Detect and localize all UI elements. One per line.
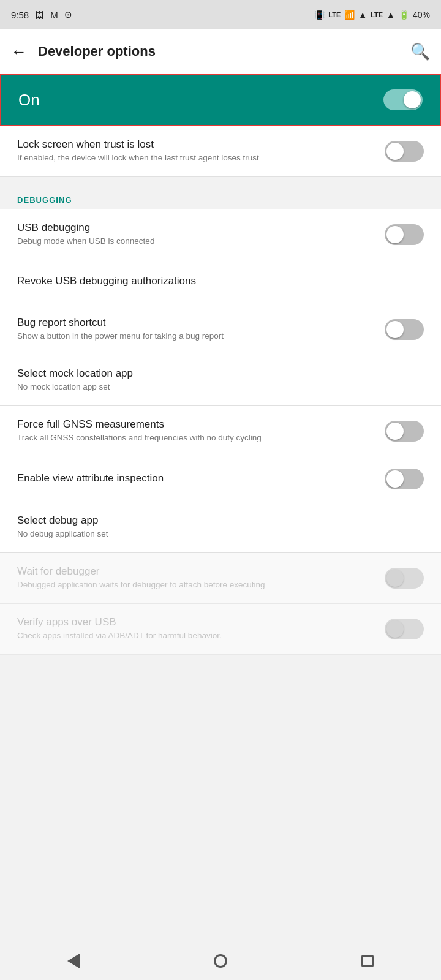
wifi-icon: 📶 [344, 10, 355, 20]
signal-icon: ▲ [358, 10, 367, 20]
debug-app-text: Select debug app No debug application se… [17, 514, 424, 540]
usb-debugging-text: USB debugging Debug mode when USB is con… [17, 222, 385, 247]
usb-debugging-item[interactable]: USB debugging Debug mode when USB is con… [0, 209, 441, 260]
lte-icon: LTE [371, 11, 383, 18]
gnss-desc: Track all GNSS constellations and freque… [17, 432, 375, 444]
battery-percent: 40% [413, 10, 430, 20]
verify-apps-usb-toggle [385, 619, 424, 639]
gnss-title: Force full GNSS measurements [17, 418, 375, 431]
debug-app-desc: No debug application set [17, 529, 414, 540]
mock-location-text: Select mock location app No mock locatio… [17, 368, 424, 393]
mock-location-desc: No mock location app set [17, 382, 414, 393]
photo-icon: 🖼 [35, 10, 44, 20]
back-nav-icon [67, 954, 80, 968]
view-attr-toggle[interactable] [385, 469, 424, 489]
gnss-toggle[interactable] [385, 421, 424, 442]
mock-location-item[interactable]: Select mock location app No mock locatio… [0, 355, 441, 406]
vibrate-icon: 📳 [314, 10, 325, 20]
home-nav-icon [214, 954, 227, 968]
bug-report-title: Bug report shortcut [17, 317, 375, 329]
revoke-usb-text: Revoke USB debugging authorizations [17, 275, 424, 289]
wait-debugger-desc: Debugged application waits for debugger … [17, 579, 375, 591]
toggle-thumb [404, 91, 421, 108]
verify-apps-usb-desc: Check apps installed via ADB/ADT for har… [17, 630, 375, 642]
toggle-thumb [386, 620, 404, 638]
debug-app-item[interactable]: Select debug app No debug application se… [0, 502, 441, 553]
view-attr-item[interactable]: Enable view attribute inspection [0, 456, 441, 502]
battery-icon: 🔋 [399, 10, 409, 20]
developer-on-banner[interactable]: On [0, 74, 441, 126]
lock-screen-trust-text: Lock screen when trust is lost If enable… [17, 138, 385, 164]
recents-nav-icon [361, 955, 374, 967]
bug-report-toggle[interactable] [385, 319, 424, 340]
gnss-text: Force full GNSS measurements Track all G… [17, 418, 385, 444]
section-divider [0, 177, 441, 182]
wait-debugger-text: Wait for debugger Debugged application w… [17, 565, 385, 591]
nav-home-button[interactable] [196, 948, 245, 974]
signal2-icon: ▲ [386, 10, 395, 20]
status-right: 📳 LTE 📶 ▲ LTE ▲ 🔋 40% [314, 10, 430, 20]
debugging-section-header: DEBUGGING [0, 182, 441, 209]
usb-debugging-title: USB debugging [17, 222, 375, 234]
dev-on-label: On [18, 91, 40, 110]
wait-debugger-title: Wait for debugger [17, 565, 375, 578]
app-bar: ← Developer options 🔍 [0, 29, 441, 74]
lock-screen-trust-item[interactable]: Lock screen when trust is lost If enable… [0, 126, 441, 177]
nav-back-button[interactable] [49, 948, 98, 974]
time-display: 9:58 [11, 10, 29, 20]
usb-debugging-desc: Debug mode when USB is connected [17, 236, 375, 247]
bug-report-text: Bug report shortcut Show a button in the… [17, 317, 385, 342]
toggle-thumb [386, 143, 404, 160]
lock-screen-trust-title: Lock screen when trust is lost [17, 138, 375, 151]
nav-bar [0, 941, 441, 980]
toggle-thumb [386, 226, 404, 243]
volte-icon: LTE [328, 11, 341, 18]
toggle-thumb [386, 321, 404, 338]
lock-screen-trust-desc: If enabled, the device will lock when th… [17, 153, 375, 164]
debugging-section: DEBUGGING USB debugging Debug mode when … [0, 182, 441, 655]
toggle-thumb [386, 423, 404, 440]
camera-icon: ⊙ [64, 9, 72, 20]
wait-debugger-toggle [385, 568, 424, 589]
wait-debugger-item: Wait for debugger Debugged application w… [0, 553, 441, 604]
verify-apps-usb-title: Verify apps over USB [17, 616, 375, 628]
mock-location-title: Select mock location app [17, 368, 414, 380]
lock-screen-trust-toggle[interactable] [385, 141, 424, 162]
verify-apps-usb-item: Verify apps over USB Check apps installe… [0, 604, 441, 655]
nav-recents-button[interactable] [343, 948, 392, 974]
view-attr-title: Enable view attribute inspection [17, 472, 375, 484]
view-attr-text: Enable view attribute inspection [17, 472, 385, 486]
dev-on-toggle[interactable] [383, 89, 423, 110]
bug-report-item[interactable]: Bug report shortcut Show a button in the… [0, 304, 441, 355]
back-button[interactable]: ← [11, 42, 27, 61]
debug-app-title: Select debug app [17, 514, 414, 527]
bug-report-desc: Show a button in the power menu for taki… [17, 331, 375, 342]
verify-apps-usb-text: Verify apps over USB Check apps installe… [17, 616, 385, 642]
search-button[interactable]: 🔍 [410, 42, 430, 61]
mail-icon: M [50, 10, 58, 20]
page-title: Developer options [38, 43, 399, 59]
revoke-usb-item[interactable]: Revoke USB debugging authorizations [0, 260, 441, 304]
status-left: 9:58 🖼 M ⊙ [11, 9, 72, 20]
gnss-item[interactable]: Force full GNSS measurements Track all G… [0, 406, 441, 457]
usb-debugging-toggle[interactable] [385, 224, 424, 245]
revoke-usb-title: Revoke USB debugging authorizations [17, 275, 414, 287]
status-bar: 9:58 🖼 M ⊙ 📳 LTE 📶 ▲ LTE ▲ 🔋 40% [0, 0, 441, 29]
